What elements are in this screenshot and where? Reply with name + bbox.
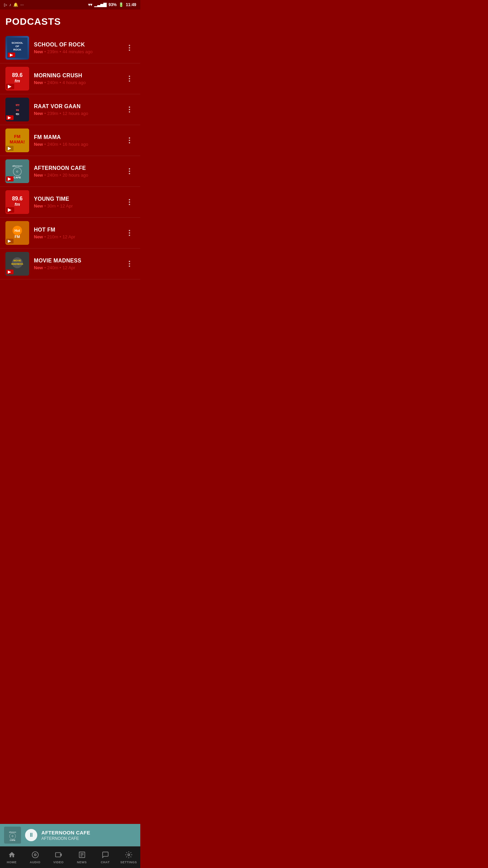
podcast-thumbnail-movie-madness: MOVIE MADNESS [5, 252, 29, 276]
new-badge: New [34, 265, 43, 270]
podcast-info-raat-vor-gaan: RAAT VOR GAAN New • 239m • 12 hours ago [34, 103, 124, 116]
svg-text:89.6: 89.6 [12, 196, 22, 201]
podcast-name: HOT FM [34, 227, 124, 233]
svg-text:OF: OF [15, 45, 19, 48]
podcast-thumbnail-young-time: 89.6 fm [5, 190, 29, 214]
podcast-time-ago: 12 Apr [62, 234, 75, 239]
podcast-item-school-of-rock[interactable]: SCHOOL OF ROCK SCHOOL OF ROCK New • 239m… [0, 33, 140, 63]
podcast-time-ago: 16 hours ago [62, 142, 88, 147]
podcast-item-fm-mama[interactable]: FM MAMA! FM MAMA New • 240m • 16 hours a… [0, 125, 140, 156]
podcast-name: YOUNG TIME [34, 196, 124, 202]
play-status-icon: ▷ [4, 2, 7, 7]
page-title: PODCASTS [0, 9, 140, 33]
podcast-thumbnail-school-of-rock: SCHOOL OF ROCK [5, 36, 29, 60]
svg-text:89.6: 89.6 [12, 72, 22, 78]
podcast-item-hot-fm[interactable]: Hot FM HOT FM New • 210m • 12 Apr [0, 218, 140, 249]
podcast-item-movie-madness[interactable]: MOVIE MADNESS MOVIE MADNESS New • 240m •… [0, 249, 140, 279]
more-options-button[interactable] [124, 73, 135, 84]
podcast-name: SCHOOL OF ROCK [34, 42, 124, 48]
podcast-meta: New • 240m • 12 Apr [34, 265, 124, 270]
more-options-button[interactable] [124, 135, 135, 146]
svg-text:fm: fm [15, 78, 20, 83]
podcast-meta: New • 240m • 16 hours ago [34, 142, 124, 147]
podcast-meta: New • 239m • 12 hours ago [34, 111, 124, 116]
podcast-duration: 240m [47, 80, 58, 85]
new-badge: New [34, 142, 43, 147]
dots-icon: ··· [20, 2, 24, 7]
more-options-button[interactable] [124, 258, 135, 269]
podcast-meta: New • 30m • 12 Apr [34, 203, 124, 209]
svg-text:fm: fm [15, 202, 20, 207]
podcast-duration: 240m [47, 142, 58, 147]
podcast-duration: 239m [47, 49, 58, 54]
podcast-time-ago: 44 minutes ago [62, 49, 93, 54]
podcast-info-movie-madness: MOVIE MADNESS New • 240m • 12 Apr [34, 258, 124, 270]
podcast-thumbnail-hot-fm: Hot FM [5, 221, 29, 245]
podcast-time-ago: 4 hours ago [62, 80, 86, 85]
podcast-time-ago: 20 hours ago [62, 173, 88, 178]
new-badge: New [34, 80, 43, 85]
podcast-thumbnail-raat-vor-gaan: রাত ভর গান [5, 98, 29, 121]
new-badge: New [34, 203, 43, 209]
podcast-meta: New • 210m • 12 Apr [34, 234, 124, 239]
podcast-time-ago: 12 Apr [60, 203, 73, 209]
podcast-info-afternoon-cafe: AFTERNOON CAFE New • 240m • 20 hours ago [34, 165, 124, 178]
podcast-thumbnail-morning-crush: 89.6 fm [5, 67, 29, 91]
time-display: 11:49 [126, 2, 136, 7]
podcast-name: MOVIE MADNESS [34, 258, 124, 264]
svg-text:afternoon: afternoon [12, 165, 22, 167]
svg-text:MAMA!: MAMA! [10, 139, 25, 144]
svg-text:MADNESS: MADNESS [11, 263, 23, 265]
music-icon: ♪ [9, 2, 11, 7]
svg-text:Hot: Hot [15, 229, 20, 233]
podcast-duration: 239m [47, 111, 58, 116]
status-left-icons: ▷ ♪ 🔔 ··· [4, 2, 24, 7]
podcast-info-hot-fm: HOT FM New • 210m • 12 Apr [34, 227, 124, 239]
svg-text:©: © [16, 170, 18, 173]
bell-icon: 🔔 [13, 2, 18, 7]
svg-text:CAFE: CAFE [14, 176, 21, 179]
battery-text: 93% [108, 2, 117, 7]
podcast-info-young-time: YOUNG TIME New • 30m • 12 Apr [34, 196, 124, 209]
more-options-button[interactable] [124, 42, 135, 53]
more-options-button[interactable] [124, 166, 135, 177]
podcast-item-young-time[interactable]: 89.6 fm YOUNG TIME New • 30m • 12 Apr [0, 187, 140, 218]
podcast-name: RAAT VOR GAAN [34, 103, 124, 110]
podcast-name: AFTERNOON CAFE [34, 165, 124, 171]
podcast-thumbnail-afternoon-cafe: afternoon © CAFE [5, 159, 29, 183]
podcast-meta: New • 240m • 4 hours ago [34, 80, 124, 85]
podcast-duration: 240m [47, 265, 58, 270]
podcast-name: FM MAMA [34, 134, 124, 140]
more-options-button[interactable] [124, 197, 135, 208]
svg-text:রাত: রাত [16, 103, 20, 107]
status-right-info: ▾▾ ▁▃▅▇ 93% 🔋 11:49 [88, 2, 136, 7]
svg-text:FM: FM [14, 134, 21, 139]
signal-icon: ▁▃▅▇ [94, 2, 106, 7]
new-badge: New [34, 49, 43, 54]
podcast-time-ago: 12 Apr [62, 265, 75, 270]
svg-text:FM: FM [15, 235, 20, 239]
status-bar: ▷ ♪ 🔔 ··· ▾▾ ▁▃▅▇ 93% 🔋 11:49 [0, 0, 140, 9]
podcast-duration: 30m [47, 203, 56, 209]
battery-icon: 🔋 [119, 2, 124, 7]
svg-text:MOVIE: MOVIE [14, 259, 21, 262]
svg-text:SCHOOL: SCHOOL [12, 41, 23, 44]
podcast-time-ago: 12 hours ago [62, 111, 88, 116]
podcast-list: SCHOOL OF ROCK SCHOOL OF ROCK New • 239m… [0, 33, 140, 327]
podcast-info-school-of-rock: SCHOOL OF ROCK New • 239m • 44 minutes a… [34, 42, 124, 54]
podcast-item-morning-crush[interactable]: 89.6 fm MORNING CRUSH New • 240m • 4 hou… [0, 63, 140, 94]
more-options-button[interactable] [124, 104, 135, 115]
new-badge: New [34, 234, 43, 239]
podcast-duration: 240m [47, 173, 58, 178]
podcast-name: MORNING CRUSH [34, 73, 124, 79]
more-options-button[interactable] [124, 228, 135, 238]
podcast-item-raat-vor-gaan[interactable]: রাত ভর গান RAAT VOR GAAN New • 239m • 12… [0, 94, 140, 125]
new-badge: New [34, 173, 43, 178]
wifi-icon: ▾▾ [88, 2, 92, 7]
podcast-item-afternoon-cafe[interactable]: afternoon © CAFE AFTERNOON CAFE New • 24… [0, 156, 140, 187]
podcast-thumbnail-fm-mama: FM MAMA! [5, 129, 29, 152]
svg-text:ভর: ভর [16, 108, 19, 112]
podcast-info-fm-mama: FM MAMA New • 240m • 16 hours ago [34, 134, 124, 147]
new-badge: New [34, 111, 43, 116]
podcast-duration: 210m [47, 234, 58, 239]
